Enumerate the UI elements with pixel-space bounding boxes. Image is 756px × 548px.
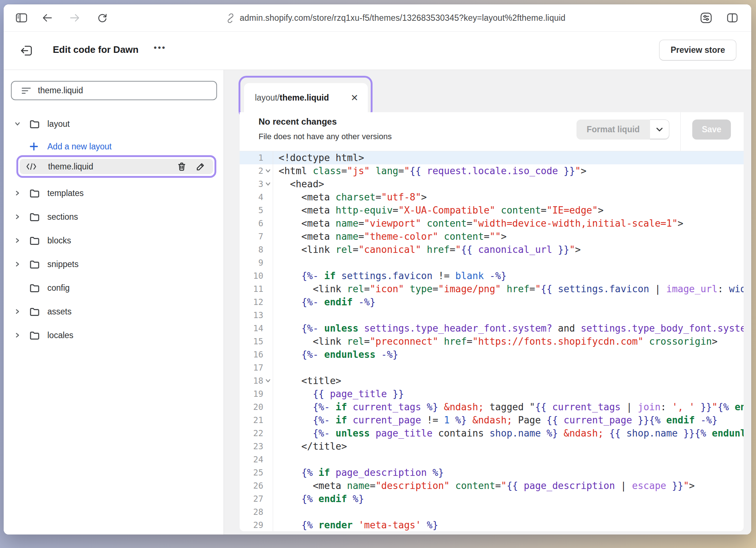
code-line[interactable]: 17 — [240, 361, 744, 374]
code-line[interactable]: 29 {% render 'meta-tags' %} — [240, 518, 744, 531]
code-text: <html class="js" lang="{{ request.locale… — [273, 164, 744, 177]
sidebar-item-templates[interactable]: templates — [4, 185, 221, 201]
line-number: 15 — [240, 335, 263, 348]
link-icon — [226, 13, 235, 23]
code-line[interactable]: 3 <head> — [240, 177, 744, 191]
code-text — [273, 309, 744, 322]
sidebar-item-layout[interactable]: layout — [4, 116, 221, 132]
save-button[interactable]: Save — [692, 120, 731, 140]
code-line[interactable]: 18 <title> — [240, 374, 744, 387]
chevron-right-icon[interactable] — [14, 237, 29, 244]
file-label: theme.liquid — [48, 162, 93, 172]
line-number: 19 — [240, 387, 263, 400]
line-number-gutter: 12 — [240, 295, 273, 309]
forward-button[interactable] — [69, 13, 80, 23]
code-line[interactable]: 24 — [240, 453, 744, 466]
code-text: <!doctype html> — [273, 151, 744, 164]
line-number-gutter: 26 — [240, 479, 273, 492]
chevron-right-icon[interactable] — [14, 332, 29, 339]
code-line[interactable]: 28 — [240, 505, 744, 518]
status-subtitle: File does not have any other versions — [259, 132, 392, 141]
code-line[interactable]: 4 <meta charset="utf-8"> — [240, 191, 744, 204]
code-line[interactable]: 2<html class="js" lang="{{ request.local… — [240, 164, 744, 177]
code-line[interactable]: 23 </title> — [240, 440, 744, 453]
code-line[interactable]: 13 — [240, 309, 744, 322]
fold-toggle-icon[interactable] — [263, 374, 273, 387]
add-layout-button[interactable]: Add a new layout — [4, 138, 221, 154]
line-number-gutter: 3 — [240, 177, 273, 191]
code-line[interactable]: 9 — [240, 256, 744, 269]
line-number-gutter: 9 — [240, 256, 273, 269]
delete-file-button[interactable] — [177, 161, 187, 172]
file-search-box[interactable] — [11, 81, 217, 100]
code-text: <meta http-equiv="X-UA-Compatible" conte… — [273, 204, 744, 217]
code-line[interactable]: 14 {%- unless settings.type_header_font.… — [240, 322, 744, 335]
code-text: {% if page_description %} — [273, 466, 744, 479]
code-line[interactable]: 15 <link rel="preconnect" href="https://… — [240, 335, 744, 348]
sidebar-item-config[interactable]: config — [4, 280, 221, 296]
sidebar-toggle-icon[interactable] — [15, 12, 28, 23]
code-line[interactable]: 12 {%- endif -%} — [240, 295, 744, 309]
preview-store-button[interactable]: Preview store — [659, 40, 736, 60]
fold-toggle-icon[interactable] — [263, 164, 273, 177]
code-line[interactable]: 25 {% if page_description %} — [240, 466, 744, 479]
code-text: <meta name="viewport" content="width=dev… — [273, 217, 744, 230]
code-text — [273, 361, 744, 374]
code-line[interactable]: 10 {%- if settings.favicon != blank -%} — [240, 269, 744, 282]
exit-editor-button[interactable] — [19, 43, 34, 58]
sidebar-item-locales[interactable]: locales — [4, 327, 221, 343]
line-number: 22 — [240, 427, 263, 440]
tab-close-button[interactable]: ✕ — [351, 93, 358, 102]
code-line[interactable]: 27 {% endif %} — [240, 492, 744, 505]
code-text: {%- if current_tags %} &ndash; tagged "{… — [273, 400, 744, 414]
rename-file-button[interactable] — [196, 161, 206, 172]
page-settings-icon[interactable] — [700, 12, 713, 24]
chevron-right-icon[interactable] — [14, 213, 29, 220]
file-search-input[interactable] — [38, 86, 216, 95]
page-title: Edit code for Dawn — [53, 44, 138, 55]
trash-icon — [177, 161, 187, 172]
code-line[interactable]: 7 <meta name="theme-color" content=""> — [240, 230, 744, 243]
chevron-right-icon[interactable] — [14, 308, 29, 315]
format-liquid-dropdown-button[interactable] — [650, 120, 669, 140]
code-line[interactable]: 16 {%- endunless -%} — [240, 348, 744, 361]
status-title: No recent changes — [259, 117, 337, 127]
exit-icon — [19, 43, 34, 58]
code-line[interactable]: 22 {%- unless page_title contains shop.n… — [240, 427, 744, 440]
code-line[interactable]: 21 {%- if current_page != 1 %} &ndash; P… — [240, 414, 744, 427]
file-tab[interactable]: layout/theme.liquid ✕ — [244, 83, 368, 112]
split-view-icon[interactable] — [727, 13, 738, 23]
sidebar-item-theme-liquid[interactable]: theme.liquid — [20, 159, 213, 174]
code-line[interactable]: 20 {%- if current_tags %} &ndash; tagged… — [240, 400, 744, 414]
browser-window: admin.shopify.com/store/rzq1xu-f5/themes… — [4, 4, 751, 535]
back-button[interactable] — [42, 13, 53, 23]
line-number: 20 — [240, 400, 263, 414]
folder-icon — [29, 212, 47, 222]
code-line[interactable]: 5 <meta http-equiv="X-UA-Compatible" con… — [240, 204, 744, 217]
sidebar-item-snippets[interactable]: snippets — [4, 256, 221, 272]
format-liquid-button[interactable]: Format liquid — [576, 120, 650, 140]
code-line[interactable]: 19 {{ page_title }} — [240, 387, 744, 400]
chevron-down-icon[interactable] — [14, 120, 29, 128]
file-tree: layoutAdd a new layouttheme.liquidtempla… — [4, 112, 221, 343]
line-number-gutter: 15 — [240, 335, 273, 348]
line-number: 1 — [240, 151, 263, 164]
fold-toggle-icon[interactable] — [263, 177, 273, 191]
code-editor[interactable]: 1<!doctype html>2<html class="js" lang="… — [240, 151, 744, 531]
code-text: {% render 'meta-tags' %} — [273, 518, 744, 531]
chevron-right-icon[interactable] — [14, 189, 29, 197]
address-bar[interactable]: admin.shopify.com/store/rzq1xu-f5/themes… — [131, 4, 660, 32]
chevron-right-icon[interactable] — [14, 261, 29, 268]
code-line[interactable]: 8 <link rel="canonical" href="{{ canonic… — [240, 243, 744, 256]
reload-button[interactable] — [97, 12, 108, 23]
main-area: layout/theme.liquid ✕ No recent changes … — [224, 70, 751, 535]
sidebar-item-blocks[interactable]: blocks — [4, 232, 221, 248]
code-line[interactable]: 1<!doctype html> — [240, 151, 744, 164]
code-text: <meta charset="utf-8"> — [273, 191, 744, 204]
more-menu-button[interactable]: ••• — [154, 43, 166, 53]
sidebar-item-assets[interactable]: assets — [4, 304, 221, 320]
code-line[interactable]: 11 <link rel="icon" type="image/png" hre… — [240, 282, 744, 295]
code-line[interactable]: 6 <meta name="viewport" content="width=d… — [240, 217, 744, 230]
sidebar-item-sections[interactable]: sections — [4, 209, 221, 225]
code-line[interactable]: 26 <meta name="description" content="{{ … — [240, 479, 744, 492]
